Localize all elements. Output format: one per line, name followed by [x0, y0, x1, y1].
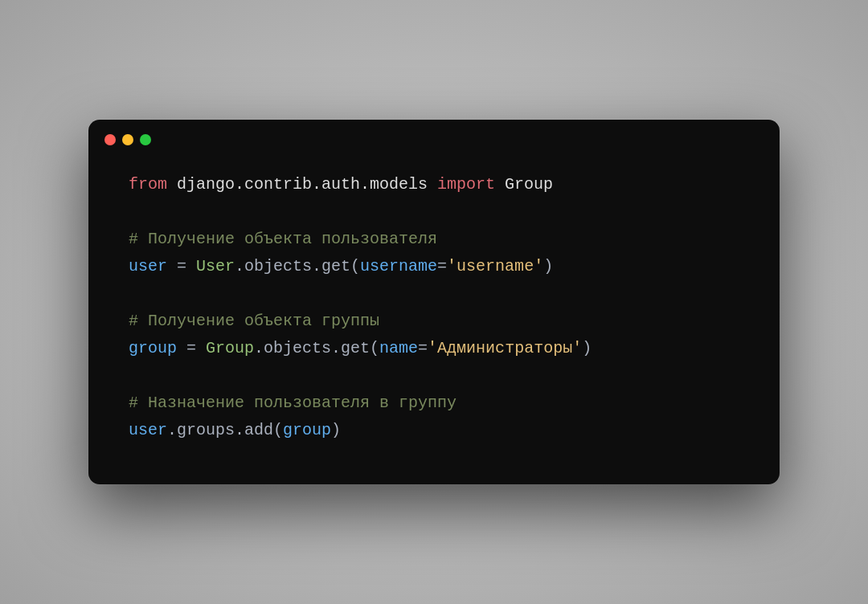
blank-line-1	[129, 198, 739, 226]
code-line-3: group = Group.objects.get(name='Админист…	[129, 335, 739, 362]
titlebar	[88, 120, 780, 155]
import-group: Group	[495, 175, 553, 194]
close-2: )	[582, 339, 592, 357]
arg-group: group	[283, 421, 331, 439]
var-user: user	[129, 257, 167, 275]
close-button[interactable]	[104, 134, 116, 145]
keyword-import: import	[437, 175, 495, 194]
code-block: from django.contrib.auth.models import G…	[88, 155, 780, 484]
code-line-1: from django.contrib.auth.models import G…	[129, 171, 739, 198]
class-group: Group	[206, 339, 254, 357]
eq-1: =	[167, 257, 196, 275]
eq-2: =	[437, 257, 447, 275]
code-window: from django.contrib.auth.models import G…	[88, 120, 780, 484]
var-user-2: user	[129, 421, 167, 439]
dot-3: .groups.add(	[167, 421, 283, 439]
comment-line-1: # Получение объекта пользователя	[129, 226, 739, 253]
close-3: )	[331, 421, 341, 439]
param-username: username	[360, 257, 437, 275]
str-username: 'username'	[447, 257, 543, 275]
maximize-button[interactable]	[140, 134, 151, 145]
comment-line-3: # Назначение пользователя в группу	[129, 390, 739, 417]
module-path: django.contrib.auth.models	[167, 175, 437, 194]
eq-3: =	[177, 339, 206, 357]
code-line-4: user.groups.add(group)	[129, 417, 739, 444]
class-user: User	[196, 257, 235, 275]
dot-1: .objects.get(	[235, 257, 360, 275]
code-line-2: user = User.objects.get(username='userna…	[129, 253, 739, 280]
comment-line-2: # Получение объекта группы	[129, 308, 739, 335]
str-admins: 'Администраторы'	[428, 339, 582, 357]
minimize-button[interactable]	[122, 134, 133, 145]
blank-line-2	[129, 280, 739, 308]
param-name: name	[379, 339, 418, 357]
close-1: )	[543, 257, 553, 275]
keyword-from: from	[129, 175, 167, 194]
eq-4: =	[418, 339, 428, 357]
blank-line-3	[129, 362, 739, 390]
var-group: group	[129, 339, 177, 357]
dot-2: .objects.get(	[254, 339, 379, 357]
